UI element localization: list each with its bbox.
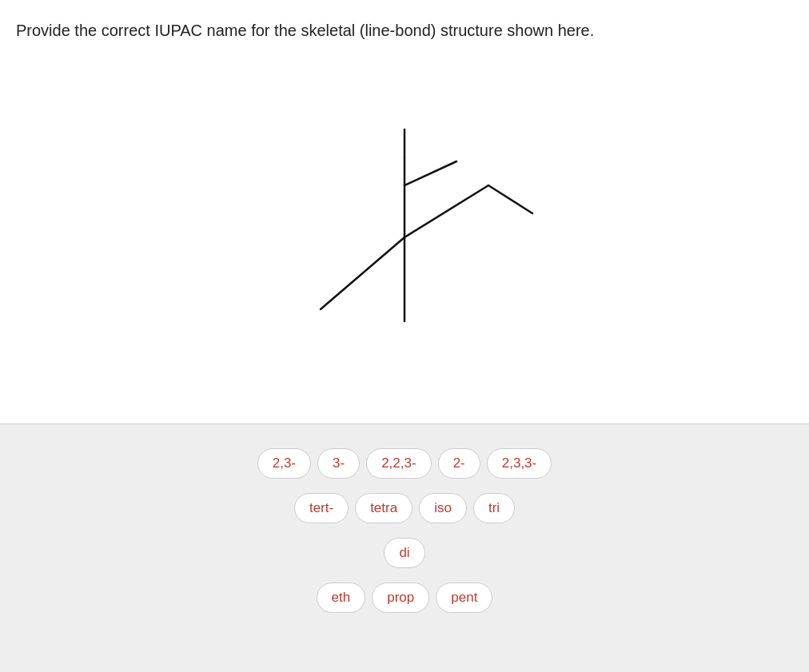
btn-tri[interactable]: tri (473, 493, 515, 523)
btn-223[interactable]: 2,2,3- (366, 448, 431, 479)
btn-prop[interactable]: prop (372, 583, 429, 613)
btn-3[interactable]: 3- (317, 448, 360, 479)
btn-23[interactable]: 2,3- (257, 448, 311, 479)
button-row-3: di (384, 538, 425, 568)
btn-eth[interactable]: eth (317, 583, 366, 613)
btn-di[interactable]: di (384, 538, 425, 568)
svg-line-4 (404, 161, 456, 185)
svg-line-3 (404, 185, 488, 237)
button-row-4: eth prop pent (317, 583, 493, 613)
buttons-area: 2,3- 3- 2,2,3- 2- 2,3,3- tert- tetra iso… (16, 448, 793, 613)
btn-tetra[interactable]: tetra (355, 493, 412, 523)
button-row-2: tert- tetra iso tri (294, 493, 515, 523)
btn-iso[interactable]: iso (419, 493, 467, 523)
btn-233[interactable]: 2,3,3- (487, 448, 552, 479)
molecule-container (16, 66, 793, 369)
btn-2[interactable]: 2- (438, 448, 480, 479)
bottom-section: 2,3- 3- 2,2,3- 2- 2,3,3- tert- tetra iso… (0, 424, 809, 672)
svg-line-2 (321, 237, 404, 309)
molecule-svg (253, 82, 556, 353)
btn-tert[interactable]: tert- (294, 493, 349, 523)
top-section: Provide the correct IUPAC name for the s… (0, 0, 809, 423)
btn-pent[interactable]: pent (436, 583, 492, 613)
button-row-1: 2,3- 3- 2,2,3- 2- 2,3,3- (257, 448, 552, 479)
svg-line-5 (488, 185, 532, 213)
question-text: Provide the correct IUPAC name for the s… (16, 19, 793, 42)
